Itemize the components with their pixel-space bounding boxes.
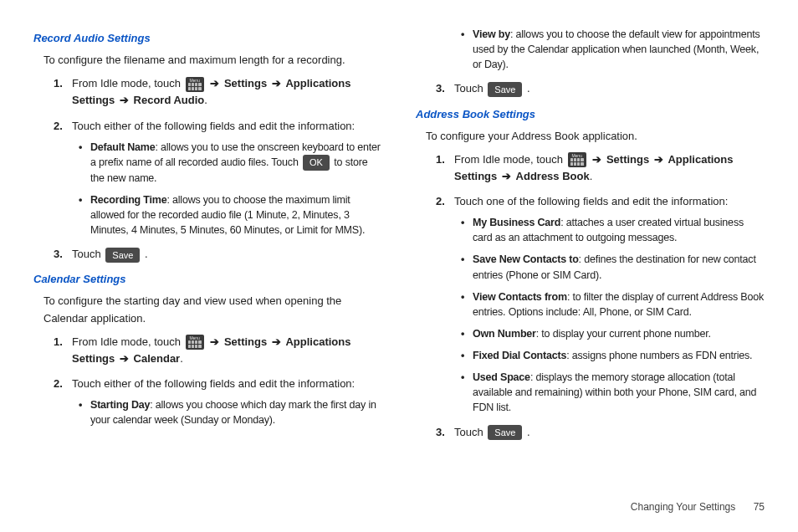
step-1: 1. From Idle mode, touch ➔ Settings ➔ Ap… <box>54 75 382 109</box>
menu-icon <box>186 335 204 350</box>
period: . <box>204 94 207 106</box>
arrow-icon: ➔ <box>502 170 511 182</box>
bullet-fixed-dial-contacts: Fixed Dial Contacts: assigns phone numbe… <box>461 348 765 363</box>
nav-record-audio: Record Audio <box>134 94 205 106</box>
save-button[interactable]: Save <box>488 425 522 440</box>
step-2-cont: View by: allows you to choose the defaul… <box>436 27 765 72</box>
page-footer: Changing Your Settings 75 <box>631 499 765 515</box>
desc: : allows you to choose the default view … <box>473 28 760 70</box>
arrow-icon: ➔ <box>210 335 219 348</box>
bullet-used-space: Used Space: displays the memory storage … <box>461 370 765 415</box>
save-button[interactable]: Save <box>488 82 522 97</box>
bullets-record-audio: Default Name: allows you to use the onsc… <box>79 140 382 238</box>
term: My Business Card <box>473 217 560 228</box>
term: Recording Time <box>90 194 166 206</box>
nav-settings: Settings <box>606 153 649 166</box>
menu-icon <box>186 77 204 92</box>
arrow-icon: ➔ <box>120 352 129 365</box>
step-text: Touch <box>72 248 104 260</box>
arrow-icon: ➔ <box>210 77 219 90</box>
step-text: Touch one of the following fields and ed… <box>454 195 728 207</box>
steps-calendar-cont: View by: allows you to choose the defaul… <box>436 27 765 98</box>
bullet-own-number: Own Number: to display your current phon… <box>461 326 765 341</box>
term: Fixed Dial Contacts <box>473 350 566 361</box>
arrow-icon: ➔ <box>272 335 281 348</box>
step-text: From Idle mode, touch <box>72 335 184 348</box>
footer-page-number: 75 <box>754 501 765 513</box>
save-button[interactable]: Save <box>105 248 140 263</box>
menu-icon <box>568 152 586 167</box>
steps-record-audio: 1. From Idle mode, touch ➔ Settings ➔ Ap… <box>54 75 382 263</box>
nav-settings: Settings <box>224 77 267 90</box>
nav-settings: Settings <box>224 335 267 348</box>
bullet-recording-time: Recording Time: allows you to choose the… <box>79 192 382 238</box>
period: . <box>145 248 148 260</box>
step-3: 3. Touch Save . <box>436 424 765 441</box>
bullet-save-new-contacts: Save New Contacts to: defines the destin… <box>461 252 765 282</box>
step-1: 1. From Idle mode, touch ➔ Settings ➔ Ap… <box>436 151 765 185</box>
desc: : assigns phone numbers as FDN entries. <box>566 350 752 361</box>
step-3: 3. Touch Save . <box>436 80 765 97</box>
period: . <box>180 352 183 365</box>
step-1: 1. From Idle mode, touch ➔ Settings ➔ Ap… <box>54 334 382 367</box>
arrow-icon: ➔ <box>120 94 129 106</box>
page-columns: Record Audio Settings To configure the f… <box>33 27 765 449</box>
term: Default Name <box>90 141 155 153</box>
bullets-calendar-cont: View by: allows you to choose the defaul… <box>461 27 765 72</box>
arrow-icon: ➔ <box>272 77 281 90</box>
step-3: 3. Touch Save . <box>54 246 382 263</box>
nav-calendar: Calendar <box>134 352 181 365</box>
bullet-starting-day: Starting Day: allows you choose which da… <box>79 397 382 427</box>
period: . <box>527 426 530 438</box>
left-column: Record Audio Settings To configure the f… <box>33 27 382 449</box>
bullets-calendar: Starting Day: allows you choose which da… <box>79 397 382 427</box>
term: Own Number <box>473 328 536 340</box>
desc: : to display your current phone number. <box>536 328 711 340</box>
right-column: View by: allows you to choose the defaul… <box>416 27 765 449</box>
term: Starting Day <box>90 399 150 411</box>
nav-address-book: Address Book <box>516 170 590 182</box>
period: . <box>527 82 530 95</box>
term: View by <box>473 28 510 40</box>
step-2: 2. Touch either of the following fields … <box>54 118 382 238</box>
heading-address-book: Address Book Settings <box>416 106 765 123</box>
term: View Contacts from <box>473 291 567 303</box>
steps-calendar: 1. From Idle mode, touch ➔ Settings ➔ Ap… <box>54 334 382 428</box>
step-text: Touch either of the following fields and… <box>72 120 355 132</box>
step-text: From Idle mode, touch <box>72 77 184 90</box>
step-text: Touch <box>454 426 486 438</box>
bullet-view-contacts-from: View Contacts from: to filter the displa… <box>461 289 765 320</box>
steps-address-book: 1. From Idle mode, touch ➔ Settings ➔ Ap… <box>436 151 765 441</box>
bullet-default-name: Default Name: allows you to use the onsc… <box>79 140 382 186</box>
intro-record-audio: To configure the filename and maximum le… <box>43 52 382 69</box>
arrow-icon: ➔ <box>592 153 601 166</box>
bullets-address-book: My Business Card: attaches a user create… <box>461 215 765 415</box>
footer-section: Changing Your Settings <box>631 501 735 513</box>
heading-record-audio: Record Audio Settings <box>33 30 382 47</box>
bullet-view-by: View by: allows you to choose the defaul… <box>461 27 765 72</box>
step-text: Touch either of the following fields and… <box>72 377 355 390</box>
arrow-icon: ➔ <box>654 153 663 166</box>
step-2: 2. Touch one of the following fields and… <box>436 193 765 416</box>
intro-address-book: To configure your Address Book applicati… <box>426 128 765 145</box>
intro-calendar: To configure the starting day and view u… <box>43 293 382 326</box>
term: Save New Contacts to <box>473 253 579 265</box>
step-2: 2. Touch either of the following fields … <box>54 376 382 427</box>
ok-button[interactable]: OK <box>303 155 330 170</box>
period: . <box>590 170 593 182</box>
bullet-my-business-card: My Business Card: attaches a user create… <box>461 215 765 245</box>
step-text: Touch <box>454 82 486 95</box>
step-text: From Idle mode, touch <box>454 153 566 166</box>
term: Used Space <box>473 371 530 383</box>
heading-calendar: Calendar Settings <box>33 271 382 288</box>
